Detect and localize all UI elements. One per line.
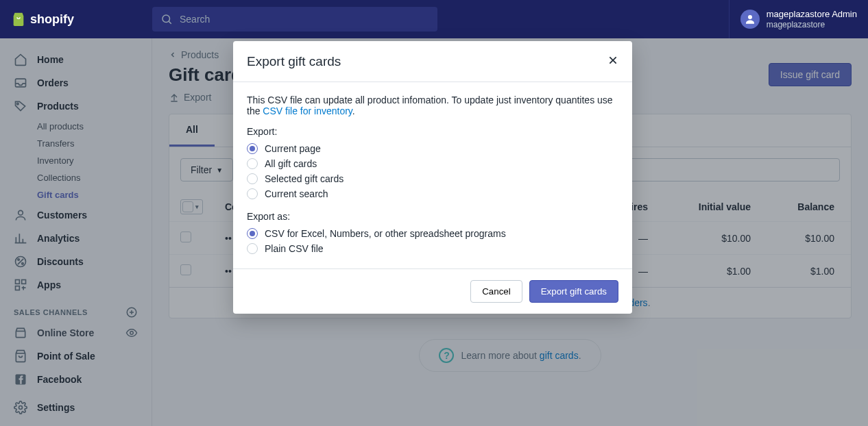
radio-label: Current search [265, 188, 328, 199]
export-scope-label: Export: [247, 126, 618, 137]
radio-current-search[interactable]: Current search [247, 186, 618, 201]
radio-selected-gift-cards[interactable]: Selected gift cards [247, 171, 618, 186]
user-menu[interactable]: mageplazastore Admin mageplazastore [729, 0, 857, 38]
radio-label: Selected gift cards [265, 173, 343, 184]
radio-icon [247, 243, 258, 254]
close-button[interactable] [607, 53, 618, 69]
store-name: mageplazastore [767, 20, 857, 29]
search-input[interactable] [180, 14, 429, 25]
radio-csv-excel[interactable]: CSV for Excel, Numbers, or other spreads… [247, 226, 618, 241]
modal-description: This CSV file can update all product inf… [247, 95, 618, 116]
radio-icon [247, 158, 258, 169]
radio-current-page[interactable]: Current page [247, 141, 618, 156]
svg-point-0 [162, 15, 170, 23]
person-icon [744, 13, 756, 25]
radio-all-gift-cards[interactable]: All gift cards [247, 156, 618, 171]
export-format-label: Export as: [247, 211, 618, 222]
period: . [352, 105, 355, 116]
modal-title: Export gift cards [247, 54, 341, 69]
brand-logo[interactable]: shopify [11, 11, 141, 27]
user-name: mageplazastore Admin [767, 9, 857, 20]
radio-icon [247, 143, 258, 154]
radio-label: Current page [265, 143, 321, 154]
radio-label: All gift cards [265, 158, 317, 169]
svg-line-1 [169, 21, 171, 23]
radio-label: Plain CSV file [265, 243, 324, 254]
radio-plain-csv[interactable]: Plain CSV file [247, 241, 618, 256]
export-submit-button[interactable]: Export gift cards [529, 280, 618, 303]
search-icon [160, 13, 173, 25]
global-search[interactable] [152, 7, 437, 32]
csv-inventory-link[interactable]: CSV file for inventory [263, 105, 352, 116]
close-icon [607, 55, 618, 66]
avatar [740, 10, 760, 29]
shopify-bag-icon [11, 11, 26, 27]
brand-text: shopify [30, 12, 74, 27]
svg-point-2 [748, 15, 752, 19]
radio-icon [247, 228, 258, 239]
radio-label: CSV for Excel, Numbers, or other spreads… [265, 228, 506, 239]
export-modal: Export gift cards This CSV file can upda… [233, 41, 632, 314]
radio-icon [247, 173, 258, 184]
radio-icon [247, 188, 258, 199]
top-header: shopify mageplazastore Admin mageplazast… [0, 0, 868, 38]
cancel-button[interactable]: Cancel [470, 280, 522, 303]
